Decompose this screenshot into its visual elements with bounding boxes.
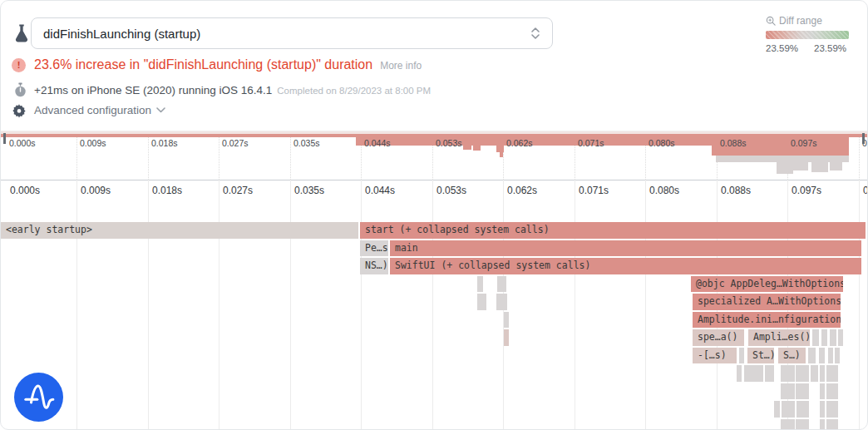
minimap-shape (473, 146, 481, 151)
amplitude-logo[interactable] (14, 373, 63, 422)
flame-bar[interactable]: S…) (778, 348, 806, 364)
ruler-tick-labels: 0.000s0.009s0.018s0.027s0.035s0.044s0.05… (1, 180, 867, 219)
flame-bar[interactable]: Pe…s (360, 240, 388, 257)
diff-range-min: 23.59% (766, 43, 798, 53)
ruler-tick-label: 0.018s (152, 185, 182, 196)
warning-icon: ! (12, 58, 26, 72)
flame-bar[interactable]: SwiftUI (+ collapsed system calls) (390, 258, 861, 274)
flame-bar[interactable] (496, 294, 507, 310)
flame-bar[interactable] (830, 329, 836, 346)
flame-bar[interactable]: @objc AppDeleg…WithOptions:) (691, 276, 843, 293)
flask-icon (12, 23, 31, 44)
stopwatch-icon (14, 82, 27, 97)
flame-chart[interactable]: <early startup>start (+ collapsed system… (1, 219, 867, 429)
flame-bar[interactable] (812, 329, 819, 346)
time-ruler: 0.000s0.009s0.018s0.027s0.035s0.044s0.05… (1, 180, 867, 219)
minimap-tick-label: 0.018s (151, 138, 178, 148)
flame-bar[interactable] (808, 348, 816, 364)
diff-range-label: Diff range (779, 15, 822, 27)
flame-bar[interactable]: start (+ collapsed system calls) (360, 222, 866, 239)
flame-bar[interactable]: -[…s) (693, 348, 737, 364)
flame-bar[interactable] (739, 348, 744, 364)
flame-bar[interactable]: Amplitude.ini…nfiguration:) (693, 312, 841, 329)
flame-bar[interactable] (477, 276, 483, 293)
run-info: +21ms on iPhone SE (2020) running iOS 16… (34, 84, 431, 96)
minimap-shape (830, 162, 842, 171)
more-info-link[interactable]: More info (380, 60, 422, 72)
flame-bar[interactable]: St…) (747, 348, 774, 364)
minimap-handle-right[interactable] (862, 133, 865, 144)
minimap-shape (496, 146, 504, 152)
minimap-tick-label: 0.027s (222, 138, 249, 148)
flame-bar[interactable] (831, 419, 838, 429)
flame-bar[interactable] (781, 365, 795, 382)
minimap-tick-label: 0.044s (364, 138, 391, 148)
flame-bar[interactable] (744, 365, 763, 382)
flame-bar[interactable] (831, 401, 838, 418)
chevron-up-down-icon (530, 27, 540, 40)
ruler-tick-label: 0.071s (579, 185, 609, 196)
gear-icon (12, 103, 27, 118)
trace-selector-value: didFinishLaunching (startup) (43, 27, 200, 41)
flame-bar[interactable]: <early startup> (1, 222, 358, 239)
flame-bar[interactable] (820, 383, 825, 400)
flame-bar[interactable] (838, 329, 843, 346)
minimap-tick-label: 0.000s (9, 138, 36, 148)
ruler-tick-label: 0.009s (81, 185, 111, 196)
flame-bar[interactable] (828, 348, 833, 364)
flame-bar[interactable] (820, 365, 825, 382)
flame-bar[interactable] (796, 365, 809, 382)
flame-bar[interactable] (781, 419, 795, 429)
flame-bar[interactable] (765, 365, 774, 382)
flame-bar[interactable] (831, 383, 838, 400)
flame-bar[interactable] (737, 365, 742, 382)
advanced-configuration-toggle[interactable]: Advanced configuration (34, 104, 165, 116)
trace-selector[interactable]: didFinishLaunching (startup) (31, 17, 553, 49)
amplitude-a-icon (21, 379, 57, 416)
ruler-tick-label: 0.097s (792, 185, 821, 196)
flame-bar[interactable] (481, 294, 486, 310)
flame-bar[interactable]: NS…) (360, 258, 388, 274)
flame-bar[interactable]: specialized A…WithOptions:) (693, 294, 841, 310)
flame-bar[interactable] (782, 401, 795, 418)
diff-range-max: 23.59% (814, 43, 846, 53)
minimap-shape (463, 146, 471, 150)
ruler-tick-label: 0.044s (365, 185, 395, 196)
minimap-shape (716, 156, 849, 162)
flame-bar[interactable] (504, 312, 509, 329)
flame-bar[interactable] (504, 329, 509, 346)
flame-bar[interactable] (820, 419, 825, 429)
minimap-shape (500, 152, 503, 157)
minimap-shape (793, 162, 808, 171)
flame-bar[interactable] (497, 276, 506, 293)
advanced-configuration-label: Advanced configuration (34, 104, 151, 116)
flame-bar[interactable] (811, 365, 818, 382)
timeline-minimap[interactable]: 0.000s0.009s0.018s0.027s0.035s0.044s0.05… (1, 131, 867, 180)
flame-bar[interactable] (819, 348, 825, 364)
minimap-tick-label: 0.062s (506, 138, 533, 148)
ruler-tick-label: 0.035s (294, 185, 324, 196)
warning-text: 23.6% increase in "didFinishLaunching (s… (34, 57, 372, 72)
run-info-text: +21ms on iPhone SE (2020) running iOS 16… (34, 84, 272, 96)
flame-bar[interactable]: main (390, 240, 861, 257)
flame-bar[interactable] (835, 348, 840, 364)
flame-bar[interactable] (796, 419, 809, 429)
performance-trace-panel: didFinishLaunching (startup) Diff range … (0, 0, 868, 430)
minimap-tick-label: 0.053s (436, 138, 462, 148)
flame-bar[interactable] (796, 401, 809, 418)
minimap-tick-label: 0.035s (293, 138, 320, 148)
flame-bar[interactable] (781, 383, 795, 400)
flame-bar[interactable] (820, 401, 825, 418)
minimap-tick-label: 0.088s (720, 138, 747, 148)
flame-bars: <early startup>start (+ collapsed system… (1, 219, 867, 429)
flame-bar[interactable] (774, 401, 780, 418)
flame-bar[interactable]: spe…a() (693, 329, 744, 346)
minimap-tick-label: 0.009s (80, 138, 106, 148)
flame-bar[interactable] (821, 329, 827, 346)
flame-bar[interactable]: Ampli…es() (748, 329, 810, 346)
minimap-tick-label: 0.080s (649, 138, 675, 148)
ruler-tick-label: 0.062s (507, 185, 537, 196)
flame-bar[interactable] (831, 365, 838, 382)
minimap-handle-left[interactable] (3, 133, 6, 144)
flame-bar[interactable] (796, 383, 809, 400)
